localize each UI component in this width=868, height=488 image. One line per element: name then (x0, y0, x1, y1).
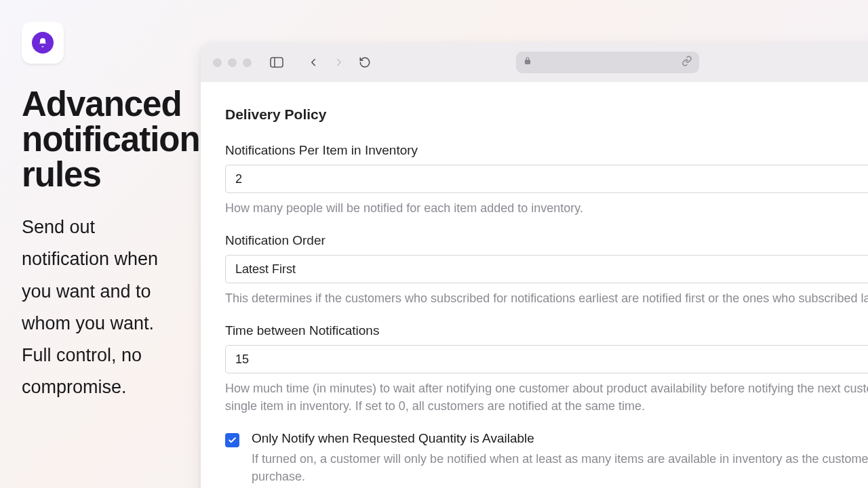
lock-icon (523, 56, 532, 68)
traffic-lights[interactable] (213, 58, 252, 67)
minimize-dot[interactable] (228, 58, 237, 67)
app-icon-tile (22, 22, 64, 64)
svg-rect-0 (271, 58, 283, 67)
link-icon (682, 56, 692, 69)
bell-icon (32, 32, 54, 54)
per-item-input-wrap[interactable] (225, 165, 868, 193)
hero-panel: Advanced notification rules Send out not… (22, 22, 184, 404)
address-bar[interactable] (516, 52, 699, 73)
settings-form: Delivery Policy Notifications Per Item i… (201, 82, 868, 488)
interval-input[interactable] (235, 352, 868, 367)
per-item-label: Notifications Per Item in Inventory (225, 143, 868, 158)
browser-toolbar (201, 43, 868, 82)
per-item-help: How many people will be notified for eac… (225, 200, 868, 217)
only-quantity-row: Only Notify when Requested Quantity is A… (225, 431, 868, 485)
interval-help: How much time (in minutes) to wait after… (225, 380, 868, 414)
order-select[interactable]: Latest First (225, 255, 868, 283)
field-order: Notification Order Latest First This det… (225, 233, 868, 307)
close-dot[interactable] (213, 58, 222, 67)
interval-label: Time between Notifications (225, 323, 868, 338)
order-value: Latest First (235, 262, 868, 277)
reload-icon[interactable] (355, 52, 375, 73)
zoom-dot[interactable] (243, 58, 252, 67)
section-title: Delivery Policy (225, 106, 868, 123)
sidebar-toggle-icon[interactable] (267, 52, 287, 73)
hero-title: Advanced notification rules (22, 87, 184, 192)
forward-icon (329, 52, 349, 73)
back-icon[interactable] (303, 52, 323, 73)
browser-window: Delivery Policy Notifications Per Item i… (201, 43, 868, 488)
interval-input-wrap[interactable]: minute(s) (225, 345, 868, 373)
per-item-input[interactable] (235, 172, 868, 186)
hero-subtitle: Send out notification when you want and … (22, 211, 184, 404)
only-quantity-checkbox[interactable] (225, 433, 239, 447)
field-interval: Time between Notifications minute(s) How… (225, 323, 868, 414)
order-label: Notification Order (225, 233, 868, 248)
order-help: This determines if the customers who sub… (225, 290, 868, 307)
only-quantity-help: If turned on, a customer will only be no… (252, 450, 868, 485)
field-per-item: Notifications Per Item in Inventory How … (225, 143, 868, 217)
only-quantity-label: Only Notify when Requested Quantity is A… (252, 431, 868, 446)
